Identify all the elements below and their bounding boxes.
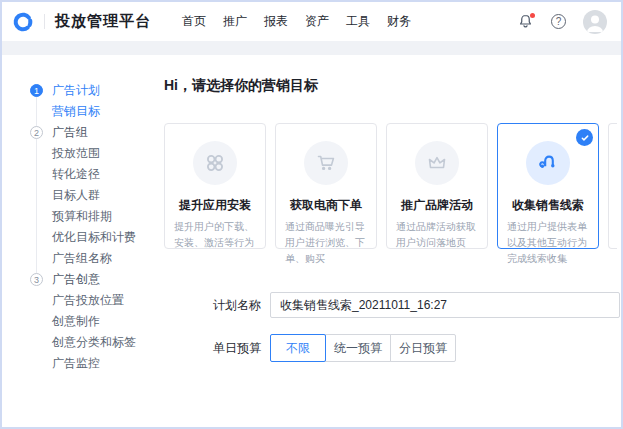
wizard-step[interactable]: 3广告创意	[30, 269, 164, 290]
objective-card[interactable]: 提升应用安装提升用户的下载、安装、激活等行为	[164, 123, 266, 249]
header-separator-band	[2, 41, 621, 55]
objective-card[interactable]: 收集销售线索通过用户提供表单以及其他互动行为完成线索收集	[497, 123, 599, 249]
brand-logo-icon[interactable]	[12, 11, 34, 33]
user-avatar[interactable]	[583, 10, 607, 34]
step-number-icon: 1	[30, 84, 43, 97]
step-label: 广告组	[52, 124, 88, 141]
objective-card-partial[interactable]	[608, 123, 617, 249]
header-divider	[44, 14, 45, 29]
card-description: 通过商品曝光引导用户进行浏览、下单、购买	[276, 214, 376, 267]
app-title: 投放管理平台	[55, 12, 151, 31]
help-icon[interactable]: ?	[551, 14, 566, 29]
card-title: 推广品牌活动	[387, 197, 487, 214]
card-description: 通过用户提供表单以及其他互动行为完成线索收集	[498, 214, 598, 267]
daily-budget-label: 单日预算	[213, 340, 261, 357]
budget-segmented-control: 不限统一预算分日预算	[270, 334, 456, 362]
wizard-substep[interactable]: 优化目标和计费	[30, 227, 164, 248]
wizard-substep[interactable]: 广告投放位置	[30, 290, 164, 311]
wizard-substep[interactable]: 转化途径	[30, 164, 164, 185]
wizard-step[interactable]: 2广告组	[30, 122, 164, 143]
card-title: 获取电商下单	[276, 197, 376, 214]
wizard-substep[interactable]: 营销目标	[30, 101, 164, 122]
main-nav: 首页推广报表资产工具财务	[182, 13, 411, 30]
wizard-substep[interactable]: 目标人群	[30, 185, 164, 206]
page-title: Hi，请选择你的营销目标	[164, 77, 621, 95]
plan-name-label: 计划名称	[213, 297, 261, 314]
step-number-icon: 3	[30, 273, 43, 286]
objective-card[interactable]: 获取电商下单通过商品曝光引导用户进行浏览、下单、购买	[275, 123, 377, 249]
card-description: 提升用户的下载、安装、激活等行为	[165, 214, 265, 251]
nav-item[interactable]: 首页	[182, 13, 206, 30]
wizard-substep[interactable]: 创意分类和标签	[30, 332, 164, 353]
notification-dot	[530, 13, 535, 18]
main-panel: Hi，请选择你的营销目标 提升应用安装提升用户的下载、安装、激活等行为获取电商下…	[164, 55, 621, 427]
nav-item[interactable]: 推广	[223, 13, 247, 30]
wizard-steps: 1广告计划营销目标2广告组投放范围转化途径目标人群预算和排期优化目标和计费广告组…	[30, 80, 164, 374]
wizard-substep[interactable]: 广告组名称	[30, 248, 164, 269]
card-title: 收集销售线索	[498, 197, 598, 214]
budget-option-button[interactable]: 不限	[270, 334, 326, 362]
plan-name-input[interactable]	[270, 292, 620, 318]
wizard-step[interactable]: 1广告计划	[30, 80, 164, 101]
wizard-substep[interactable]: 投放范围	[30, 143, 164, 164]
app-window: 投放管理平台 首页推广报表资产工具财务 ? 1广告计划营销目标2广告组投放范围转…	[0, 0, 623, 429]
card-title: 提升应用安装	[165, 197, 265, 214]
wizard-substep[interactable]: 预算和排期	[30, 206, 164, 227]
nav-item[interactable]: 报表	[264, 13, 288, 30]
card-description: 通过品牌活动获取用户访问落地页	[387, 214, 487, 251]
step-label: 广告创意	[52, 271, 100, 288]
nav-item[interactable]: 工具	[346, 13, 370, 30]
app-grid-icon	[193, 141, 237, 185]
nav-item[interactable]: 财务	[387, 13, 411, 30]
top-header: 投放管理平台 首页推广报表资产工具财务 ?	[2, 2, 621, 41]
wizard-substep[interactable]: 广告监控	[30, 353, 164, 374]
nav-item[interactable]: 资产	[305, 13, 329, 30]
notification-bell-icon[interactable]	[517, 13, 534, 31]
header-actions: ?	[517, 10, 607, 34]
objective-cards: 提升应用安装提升用户的下载、安装、激活等行为获取电商下单通过商品曝光引导用户进行…	[164, 123, 621, 249]
budget-option-button[interactable]: 分日预算	[390, 334, 456, 362]
cart-icon	[304, 141, 348, 185]
wizard-substep[interactable]: 创意制作	[30, 311, 164, 332]
step-number-icon: 2	[30, 126, 43, 139]
objective-card[interactable]: 推广品牌活动通过品牌活动获取用户访问落地页	[386, 123, 488, 249]
selected-check-icon	[576, 129, 593, 146]
plan-form: 计划名称 单日预算 不限统一预算分日预算	[213, 292, 621, 362]
budget-option-button[interactable]: 统一预算	[325, 334, 391, 362]
wizard-sidebar: 1广告计划营销目标2广告组投放范围转化途径目标人群预算和排期优化目标和计费广告组…	[2, 55, 164, 427]
crown-icon	[415, 141, 459, 185]
leads-path-icon	[526, 141, 570, 185]
step-label: 广告计划	[52, 82, 100, 99]
